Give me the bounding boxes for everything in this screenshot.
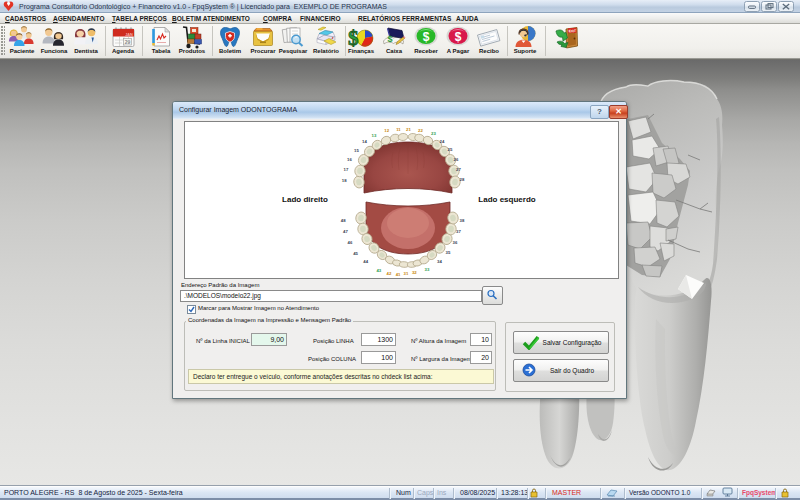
svg-text:15: 15 (354, 148, 359, 153)
svg-text:$: $ (348, 26, 359, 49)
svg-text:$: $ (388, 34, 393, 44)
svg-text:14: 14 (362, 139, 367, 144)
svg-text:JAN: JAN (125, 33, 133, 37)
svg-text:$: $ (455, 30, 462, 44)
svg-text:24: 24 (440, 139, 445, 144)
svg-text:25: 25 (448, 147, 453, 152)
svg-text:48: 48 (341, 218, 346, 223)
svg-text:17: 17 (344, 167, 349, 172)
svg-text:16: 16 (347, 157, 352, 162)
svg-text:47: 47 (343, 229, 348, 234)
svg-text:38: 38 (460, 218, 465, 223)
svg-text:EXIT: EXIT (568, 29, 577, 33)
svg-text:46: 46 (348, 240, 353, 245)
svg-text:18: 18 (342, 178, 347, 183)
svg-text:41: 41 (396, 272, 401, 277)
svg-text:32: 32 (412, 270, 417, 275)
svg-text:33: 33 (425, 267, 430, 272)
svg-text:29: 29 (125, 39, 131, 45)
svg-text:45: 45 (353, 251, 358, 256)
svg-text:23: 23 (431, 131, 436, 136)
svg-text:35: 35 (446, 250, 451, 255)
svg-text:11: 11 (396, 127, 401, 132)
svg-text:21: 21 (406, 127, 411, 132)
svg-text:22: 22 (418, 128, 423, 133)
svg-text:12: 12 (384, 128, 389, 133)
svg-text:26: 26 (454, 157, 459, 162)
svg-text:28: 28 (460, 177, 465, 182)
svg-text:42: 42 (387, 271, 392, 276)
svg-text:37: 37 (456, 229, 461, 234)
svg-text:13: 13 (372, 133, 377, 138)
svg-text:Lado direito: Lado direito (282, 195, 328, 204)
svg-text:44: 44 (363, 259, 368, 264)
svg-text:34: 34 (437, 259, 442, 264)
svg-text:31: 31 (404, 271, 409, 276)
svg-text:36: 36 (453, 240, 458, 245)
svg-text:Lado esquerdo: Lado esquerdo (478, 195, 535, 204)
svg-text:43: 43 (376, 268, 381, 273)
svg-text:27: 27 (456, 167, 461, 172)
svg-text:$: $ (423, 30, 430, 44)
